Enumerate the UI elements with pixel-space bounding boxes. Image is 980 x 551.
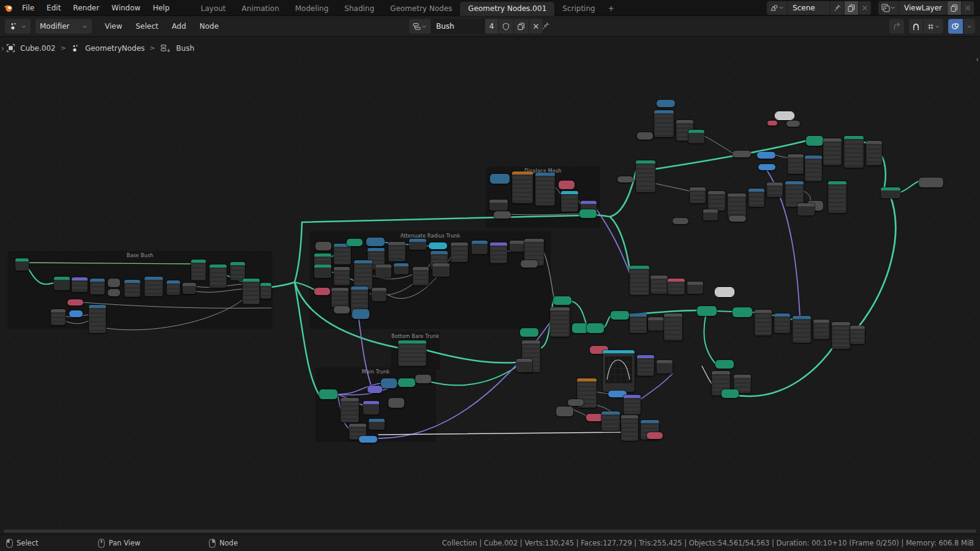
viewlayer-browse-button[interactable] — [878, 1, 899, 15]
graph-node[interactable] — [167, 280, 180, 295]
graph-node[interactable] — [587, 323, 604, 333]
graph-node[interactable] — [260, 283, 271, 299]
menu-node[interactable]: Node — [193, 18, 225, 34]
graph-node[interactable] — [708, 191, 725, 211]
graph-node[interactable] — [601, 411, 620, 431]
graph-node[interactable] — [637, 132, 653, 140]
graph-node[interactable] — [394, 263, 409, 274]
graph-node[interactable] — [381, 378, 397, 388]
graph-node[interactable] — [550, 307, 570, 337]
graph-node[interactable] — [647, 432, 663, 439]
tab-animation[interactable]: Animation — [234, 2, 287, 16]
tab-geometry-nodes[interactable]: Geometry Nodes — [382, 2, 460, 16]
tab-layout[interactable]: Layout — [193, 2, 234, 16]
viewlayer-remove-button[interactable] — [962, 1, 974, 15]
graph-node[interactable] — [654, 110, 674, 137]
graph-node[interactable] — [472, 241, 488, 254]
graph-node[interactable] — [494, 211, 511, 219]
graph-node[interactable] — [368, 386, 382, 393]
graph-node[interactable] — [512, 171, 533, 203]
graph-node[interactable] — [586, 414, 603, 421]
graph-node[interactable] — [516, 359, 532, 372]
breadcrumb-node-tree[interactable]: Bush — [176, 44, 195, 53]
graph-node[interactable] — [673, 218, 688, 224]
graph-node[interactable] — [230, 262, 245, 280]
graph-node[interactable] — [413, 267, 429, 285]
graph-node[interactable] — [823, 138, 842, 165]
graph-node[interactable] — [637, 355, 654, 376]
graph-node[interactable] — [866, 141, 882, 165]
graph-node[interactable] — [145, 277, 163, 296]
scene-name[interactable]: Scene — [788, 1, 831, 15]
graph-node[interactable] — [617, 176, 633, 182]
pin-node-tree-icon[interactable] — [541, 21, 550, 30]
graph-node[interactable] — [774, 313, 790, 333]
menu-add[interactable]: Add — [165, 18, 193, 34]
graph-node[interactable] — [733, 151, 751, 157]
graph-node[interactable] — [630, 313, 647, 333]
scene-pin-icon[interactable] — [831, 1, 845, 15]
graph-node[interactable] — [369, 419, 385, 430]
graph-node[interactable] — [793, 316, 811, 343]
graph-node[interactable] — [657, 360, 673, 373]
graph-node[interactable] — [331, 288, 349, 307]
scene-browse-button[interactable] — [767, 1, 788, 15]
graph-node[interactable] — [72, 277, 88, 292]
graph-node[interactable] — [314, 288, 330, 295]
graph-node[interactable] — [334, 306, 350, 313]
graph-node[interactable] — [359, 436, 377, 443]
viewlayer-name[interactable]: ViewLayer — [899, 1, 948, 15]
graph-node[interactable] — [319, 389, 337, 399]
graph-node[interactable] — [788, 154, 804, 174]
graph-node[interactable] — [722, 389, 739, 398]
breadcrumb-object[interactable]: Cube.002 — [20, 44, 56, 53]
graph-node[interactable] — [636, 160, 655, 192]
scene-new-copy-button[interactable] — [845, 1, 859, 15]
show-overlays-toggle[interactable] — [948, 19, 963, 34]
graph-node[interactable] — [69, 310, 83, 317]
graph-node[interactable] — [354, 260, 372, 290]
graph-node[interactable] — [919, 178, 943, 187]
graph-node[interactable] — [757, 152, 775, 159]
graph-node[interactable] — [715, 360, 734, 369]
graph-node[interactable] — [806, 136, 823, 146]
graph-node[interactable] — [579, 209, 597, 218]
graph-node[interactable] — [621, 415, 638, 441]
graph-node[interactable] — [648, 317, 664, 331]
graph-node[interactable] — [352, 309, 369, 319]
graph-node[interactable] — [183, 283, 196, 294]
graph-node[interactable] — [832, 322, 850, 349]
graph-node[interactable] — [334, 244, 351, 264]
unlink-node-tree-button[interactable] — [529, 19, 543, 34]
graph-node[interactable] — [729, 216, 746, 222]
graph-node[interactable] — [388, 242, 405, 261]
graph-node[interactable] — [363, 401, 379, 414]
node-editor-canvas[interactable]: › ‹ Cube.002 > GeometryNodes > 4 Bush Ba… — [0, 37, 980, 534]
graph-node[interactable] — [90, 279, 105, 294]
float-curve-widget[interactable] — [605, 356, 632, 383]
graph-node[interactable] — [108, 289, 120, 296]
graph-node[interactable] — [850, 326, 865, 344]
graph-node[interactable] — [715, 288, 734, 296]
graph-node[interactable] — [559, 181, 575, 189]
graph-node[interactable] — [553, 296, 571, 305]
graph-node[interactable] — [415, 375, 431, 383]
graph-node[interactable] — [687, 282, 703, 294]
graph-node[interactable] — [108, 279, 120, 287]
graph-node[interactable] — [572, 323, 588, 333]
graph-node[interactable] — [690, 187, 706, 203]
graph-node[interactable] — [603, 350, 635, 392]
graph-node[interactable] — [630, 266, 649, 295]
menu-view[interactable]: View — [98, 18, 129, 34]
graph-node[interactable] — [398, 340, 426, 366]
graph-node[interactable] — [844, 136, 864, 168]
parent-tree-back-button[interactable] — [889, 19, 904, 34]
graph-node[interactable] — [561, 191, 578, 212]
blender-logo-icon[interactable] — [0, 2, 16, 13]
graph-node[interactable] — [315, 242, 331, 250]
graph-node[interactable] — [813, 320, 829, 339]
tab-shading[interactable]: Shading — [336, 2, 382, 16]
graph-node[interactable] — [668, 279, 685, 294]
graph-node[interactable] — [124, 280, 140, 297]
tab-scripting[interactable]: Scripting — [554, 2, 603, 16]
